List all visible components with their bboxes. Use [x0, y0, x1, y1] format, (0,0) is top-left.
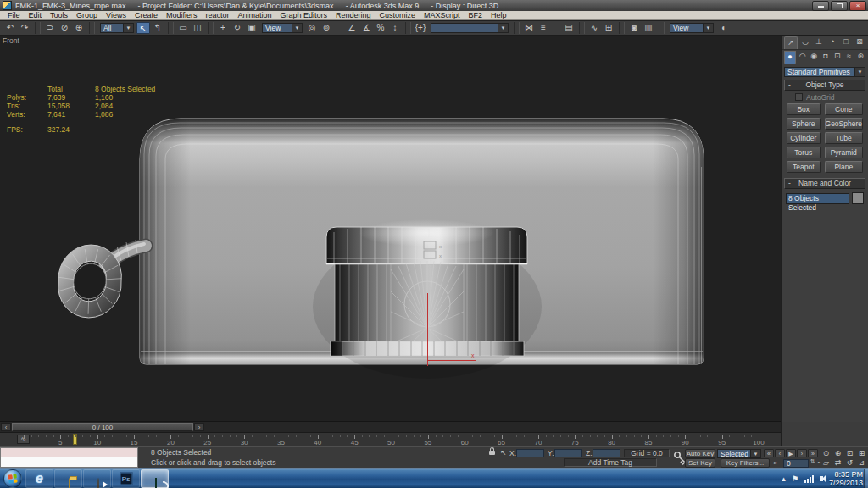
chevron-down-icon[interactable]: ▼ — [703, 24, 713, 32]
close-button[interactable]: × — [849, 1, 866, 11]
select-and-link-icon[interactable]: ⊃ — [43, 22, 57, 34]
angle-snap-icon[interactable]: ∡ — [359, 22, 373, 34]
menu-maxscript[interactable]: MAXScript — [420, 11, 465, 19]
curve-editor-icon[interactable]: ∿ — [587, 22, 601, 34]
button-torus[interactable]: Torus — [787, 147, 821, 158]
subtab-lights-icon[interactable]: ◉ — [809, 51, 819, 64]
taskbar-button-media-player[interactable] — [83, 469, 111, 488]
zoom-all-icon[interactable]: ⊕ — [832, 449, 843, 458]
network-icon[interactable] — [804, 475, 814, 483]
transform-type-in-icon[interactable]: ↖ — [500, 448, 507, 457]
add-time-tag[interactable]: Add Time Tag — [564, 458, 657, 467]
current-frame-field[interactable]: 0 — [783, 459, 809, 468]
zoom-extents-selected-icon[interactable]: ⊡ — [844, 449, 855, 458]
taskbar-button-windows-explorer[interactable] — [54, 469, 82, 488]
min-max-toggle-icon[interactable]: ⊿ — [856, 458, 867, 467]
tab-modify-icon[interactable]: ◡ — [799, 36, 811, 49]
time-slider-next-button[interactable]: › — [194, 423, 204, 431]
z-coordinate-field[interactable] — [593, 449, 620, 458]
select-and-rotate-icon[interactable]: ↻ — [231, 22, 244, 34]
button-geosphere[interactable]: GeoSphere — [825, 118, 863, 130]
align-icon[interactable]: ≡ — [537, 22, 550, 34]
time-slider-prev-button[interactable]: ‹ — [1, 423, 11, 431]
menu-views[interactable]: Views — [102, 11, 131, 19]
action-center-flag-icon[interactable]: ⚑ — [792, 474, 798, 483]
button-plane[interactable]: Plane — [825, 161, 863, 173]
button-sphere[interactable]: Sphere — [787, 118, 821, 130]
subtab-systems-icon[interactable]: ⊛ — [855, 51, 865, 64]
subtab-geometry-icon[interactable]: ● — [784, 51, 796, 64]
arc-rotate-icon[interactable]: ↺ — [844, 458, 855, 467]
named-selection-sets-dropdown[interactable]: ▼ — [431, 23, 509, 33]
object-name-field[interactable]: 8 Objects Selected — [786, 193, 849, 204]
mirror-icon[interactable]: ⋈ — [522, 22, 536, 34]
tab-motion-icon[interactable]: ◔ — [826, 36, 838, 49]
tab-display-icon[interactable]: □ — [840, 36, 852, 49]
object-color-swatch[interactable] — [852, 192, 864, 204]
previous-frame-button[interactable]: ‹ — [775, 449, 785, 458]
material-editor-icon[interactable]: ◙ — [627, 22, 641, 34]
track-bar[interactable]: ∿ 51015202530354045505560657075808590951… — [0, 433, 781, 447]
render-scene-icon[interactable]: ▥ — [642, 22, 655, 34]
layer-manager-icon[interactable]: ▤ — [562, 22, 576, 34]
snap-toggle-3d-icon[interactable]: ∠ — [345, 22, 359, 34]
button-tube[interactable]: Tube — [825, 132, 863, 144]
autogrid-checkbox[interactable] — [795, 93, 803, 101]
select-and-move-icon[interactable]: + — [216, 22, 230, 34]
button-cylinder[interactable]: Cylinder — [787, 132, 821, 144]
key-mode-dropdown[interactable]: Selected ▼ — [717, 449, 761, 458]
zoom-icon[interactable]: ⊙ — [821, 449, 832, 458]
y-coordinate-field[interactable] — [554, 449, 582, 458]
button-pyramid[interactable]: Pyramid — [825, 147, 863, 158]
selection-filter-dropdown[interactable]: All▼ — [100, 23, 134, 33]
subtab-space-warps-icon[interactable]: ≈ — [844, 51, 854, 64]
subtab-shapes-icon[interactable]: ◠ — [798, 51, 808, 64]
button-teapot[interactable]: Teapot — [787, 161, 821, 173]
schematic-view-icon[interactable]: ⊞ — [602, 22, 615, 34]
select-by-name-icon[interactable]: ↰ — [151, 22, 164, 34]
menu-group[interactable]: Group — [72, 11, 102, 19]
menu-create[interactable]: Create — [131, 11, 162, 19]
taskbar-button-photoshop[interactable]: Ps — [112, 469, 140, 488]
render-type-dropdown[interactable]: View▼ — [670, 23, 714, 33]
chevron-down-icon[interactable]: ▼ — [750, 450, 760, 458]
rollout-object-type[interactable]: - Object Type — [784, 80, 865, 91]
taskbar-button-internet-explorer[interactable]: e — [25, 469, 53, 488]
subtab-helpers-icon[interactable]: ⊡ — [832, 51, 843, 64]
primitive-category-dropdown[interactable]: Standard Primitives ▼ — [784, 67, 865, 77]
volume-icon[interactable] — [820, 476, 823, 481]
menu-tools[interactable]: Tools — [46, 11, 72, 19]
menu-file[interactable]: File — [3, 11, 25, 19]
set-key-button[interactable]: Set Key — [685, 458, 715, 468]
tab-utilities-icon[interactable]: ⊠ — [854, 36, 865, 49]
edit-named-selections-icon[interactable]: {+} — [414, 22, 427, 34]
start-button[interactable] — [3, 469, 22, 488]
menu-edit[interactable]: Edit — [25, 11, 47, 19]
button-box[interactable]: Box — [787, 103, 821, 115]
show-desktop-button[interactable] — [864, 469, 868, 488]
taskbar-clock[interactable]: 8:35 PM 7/29/2013 — [829, 470, 863, 487]
menu-graph-editors[interactable]: Graph Editors — [276, 11, 332, 19]
go-to-start-button[interactable]: « — [764, 449, 774, 458]
viewport-front[interactable]: x x x — [0, 36, 781, 422]
key-filters-button[interactable]: Key Filters... — [721, 458, 770, 468]
viewport-label[interactable]: Front — [3, 36, 19, 45]
taskbar-button-3ds-max[interactable] — [141, 469, 169, 488]
zoom-extents-all-icon[interactable]: ⊞ — [856, 449, 867, 458]
menu-rendering[interactable]: Rendering — [331, 11, 376, 19]
next-frame-button[interactable]: › — [797, 449, 807, 458]
chevron-down-icon[interactable]: ▼ — [292, 24, 302, 32]
auto-key-button[interactable]: Auto Key — [685, 449, 715, 458]
minimize-button[interactable] — [812, 1, 829, 11]
title-bar[interactable]: FMK-1_FMK-3_Mines_rope.max - Project Fol… — [0, 0, 868, 11]
menu-help[interactable]: Help — [487, 11, 511, 19]
button-cone[interactable]: Cone — [825, 103, 863, 115]
pan-icon[interactable]: ⇄ — [832, 458, 843, 467]
quick-render-icon[interactable]: ◖ — [716, 22, 730, 34]
subtab-cameras-icon[interactable]: ◘ — [821, 51, 831, 64]
redo-icon[interactable]: ↷ — [18, 22, 31, 34]
restore-button[interactable] — [831, 1, 848, 11]
select-and-scale-icon[interactable]: ▣ — [245, 22, 259, 34]
spinner-snap-icon[interactable]: ↕ — [388, 22, 402, 34]
menu-reactor[interactable]: reactor — [201, 11, 233, 19]
